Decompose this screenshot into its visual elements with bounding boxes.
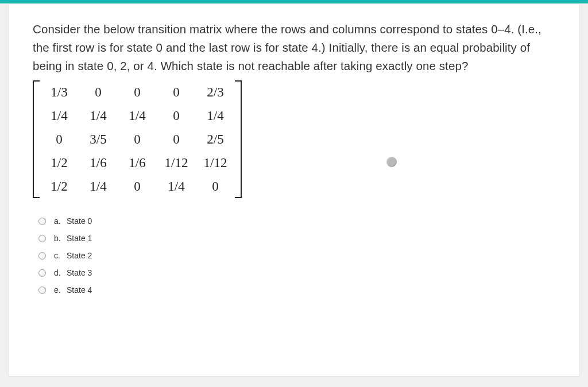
matrix-cell: 0	[196, 179, 235, 194]
question-text: Consider the below transition matrix whe…	[33, 20, 555, 75]
matrix-cell: 1/4	[118, 109, 157, 123]
option-d[interactable]: d. State 3	[38, 268, 555, 277]
option-letter: e.	[54, 285, 67, 295]
flag-dot-icon[interactable]	[386, 157, 397, 167]
matrix-row: 1/3 0 0 0 2/3	[40, 80, 235, 104]
matrix-row: 0 3/5 0 0 2/5	[40, 127, 235, 151]
matrix-cell: 0	[118, 132, 157, 147]
matrix-left-bracket	[33, 80, 40, 198]
matrix-cell: 2/5	[196, 132, 235, 147]
matrix-body: 1/3 0 0 0 2/3 1/4 1/4 1/4 0 1/4 0 3/5 0	[40, 80, 235, 198]
matrix-cell: 0	[157, 132, 196, 147]
option-letter: a.	[54, 216, 67, 226]
option-a-radio[interactable]	[38, 218, 46, 225]
matrix-cell: 0	[118, 179, 157, 194]
matrix-cell: 3/5	[79, 132, 118, 147]
matrix-cell: 2/3	[196, 85, 235, 100]
question-card: Consider the below transition matrix whe…	[8, 3, 580, 377]
answer-options: a. State 0 b. State 1 c. State 2 d. Stat…	[33, 216, 555, 295]
matrix-cell: 1/6	[118, 156, 157, 171]
option-e[interactable]: e. State 4	[38, 285, 555, 295]
matrix-cell: 1/2	[40, 179, 79, 194]
matrix-cell: 1/2	[40, 156, 79, 171]
option-b-radio[interactable]	[38, 235, 46, 242]
option-a[interactable]: a. State 0	[38, 216, 555, 226]
option-b[interactable]: b. State 1	[38, 234, 555, 243]
option-label: State 0	[67, 216, 92, 226]
matrix-row: 1/2 1/4 0 1/4 0	[40, 175, 235, 198]
option-label: State 2	[67, 251, 92, 260]
matrix-row: 1/2 1/6 1/6 1/12 1/12	[40, 151, 235, 175]
matrix-cell: 1/4	[79, 179, 118, 194]
option-c[interactable]: c. State 2	[38, 251, 555, 260]
matrix-cell: 0	[118, 85, 157, 100]
option-d-radio[interactable]	[38, 269, 46, 277]
matrix-cell: 1/12	[157, 156, 196, 171]
matrix-right-bracket	[235, 80, 242, 198]
option-label: State 4	[67, 285, 92, 295]
transition-matrix: 1/3 0 0 0 2/3 1/4 1/4 1/4 0 1/4 0 3/5 0	[33, 80, 555, 198]
option-label: State 1	[67, 234, 92, 243]
matrix-cell: 0	[157, 85, 196, 100]
option-e-radio[interactable]	[38, 287, 46, 294]
option-letter: c.	[54, 251, 67, 260]
matrix-cell: 1/4	[196, 109, 235, 123]
option-letter: b.	[54, 234, 67, 243]
matrix-cell: 1/4	[79, 109, 118, 123]
matrix-cell: 0	[79, 85, 118, 100]
matrix-cell: 1/4	[157, 179, 196, 194]
matrix-cell: 1/3	[40, 85, 79, 100]
matrix-row: 1/4 1/4 1/4 0 1/4	[40, 104, 235, 127]
option-letter: d.	[54, 268, 67, 277]
matrix-cell: 1/4	[40, 109, 79, 123]
matrix-cell: 0	[157, 109, 196, 123]
matrix-cell: 1/6	[79, 156, 118, 171]
matrix-cell: 1/12	[196, 156, 235, 171]
option-label: State 3	[67, 268, 92, 277]
matrix-cell: 0	[40, 132, 79, 147]
option-c-radio[interactable]	[38, 252, 46, 260]
